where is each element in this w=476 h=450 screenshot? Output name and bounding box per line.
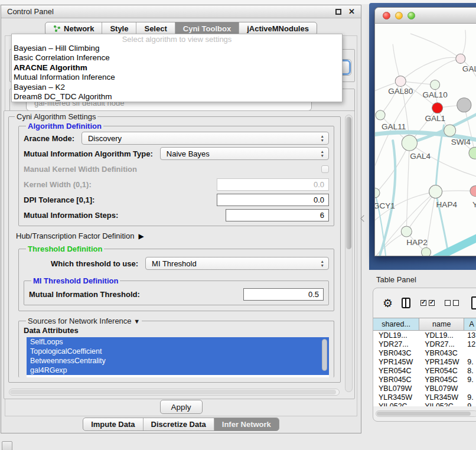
table-cell[interactable]: YBL079W	[419, 384, 464, 393]
attribute-item[interactable]: TopologicalCoefficient	[27, 347, 329, 356]
tab-jactivemnodules[interactable]: jActiveMNodules	[239, 22, 317, 35]
table-row[interactable]: YBR045CYBR045C9.	[373, 375, 476, 384]
table-row[interactable]: YDR27...YDR27...12	[373, 340, 476, 348]
network-window-titlebar[interactable]	[375, 8, 476, 24]
network-edge[interactable]	[406, 192, 435, 231]
network-edge[interactable]	[375, 58, 461, 165]
network-edge[interactable]	[410, 34, 460, 58]
table-cell[interactable]: YLR345W	[373, 393, 419, 402]
algorithm-option[interactable]: Dream8 DC_TDC Algorithm	[12, 92, 342, 102]
zoom-traffic-light[interactable]	[407, 12, 415, 19]
attribute-item[interactable]: SelfLoops	[27, 337, 329, 347]
mi-steps-field[interactable]: 6	[226, 209, 329, 221]
table-cell[interactable]: YPR145W	[373, 358, 419, 366]
table-row[interactable]: YIL052CYIL052C9	[373, 402, 476, 406]
tab-impute-data[interactable]: Impute Data	[83, 418, 142, 431]
table-cell[interactable]: YDR27...	[373, 340, 419, 348]
table-cell[interactable]: YER054C	[373, 367, 419, 375]
hap4-node[interactable]	[429, 185, 442, 198]
gal10-node[interactable]	[431, 80, 440, 90]
mi-type-select[interactable]: Naive Bayes ▲▼	[160, 147, 329, 160]
table-cell[interactable]: 8.	[464, 367, 476, 375]
sources-title[interactable]: Sources for Network Inference ▼	[26, 316, 142, 325]
tab-discretize-data[interactable]: Discretize Data	[143, 418, 214, 431]
node-green-bottom[interactable]	[421, 247, 431, 256]
mi-threshold-field[interactable]: 0.5	[243, 288, 324, 301]
table-cell[interactable]: YDR27...	[419, 340, 464, 348]
algorithm-option[interactable]: Bayesian – K2	[12, 83, 342, 92]
network-canvas[interactable]: GALGAL80GAL10GAL1GAL11SWI4GAL4GCY1HAP4YH…	[375, 24, 476, 256]
table-cell[interactable]: YBR043C	[419, 349, 464, 357]
column-header[interactable]: A	[464, 318, 476, 330]
splitter-grip-icon[interactable]	[360, 215, 367, 221]
algorithm-option[interactable]: ARACNE Algorithm	[12, 63, 342, 73]
table-cell[interactable]: 9.	[464, 376, 476, 384]
table-cell[interactable]: 9.	[464, 358, 476, 366]
node-pink-top[interactable]	[456, 54, 465, 63]
kernel-width-field[interactable]: 0.0	[217, 178, 329, 191]
network-graph[interactable]: GALGAL80GAL10GAL1GAL11SWI4GAL4GCY1HAP4YH…	[375, 24, 476, 256]
table-cell[interactable]: YER054C	[419, 367, 464, 375]
table-cell[interactable]: 9	[464, 402, 476, 407]
settings-vertical-scrollbar[interactable]	[345, 115, 353, 392]
gal11-node[interactable]	[376, 110, 385, 120]
table-row[interactable]: YBL079WYBL079W	[373, 384, 476, 393]
manual-kernel-checkbox[interactable]	[321, 165, 329, 173]
table-cell[interactable]: YIL052C	[373, 402, 419, 407]
scrollbar-thumb[interactable]	[346, 117, 351, 249]
network-edge[interactable]	[436, 236, 476, 256]
column-header[interactable]: name	[419, 318, 464, 330]
table-row[interactable]: YER054CYER054C8.	[373, 366, 476, 375]
which-threshold-select[interactable]: MI Threshold ▲▼	[145, 257, 329, 270]
table-cell[interactable]: YLR345W	[419, 393, 464, 402]
aracne-mode-select[interactable]: Discovery ▲▼	[81, 132, 329, 145]
node-salmon[interactable]	[470, 186, 476, 197]
table-cell[interactable]: YDL19...	[419, 331, 464, 340]
algorithm-option[interactable]: Mutual Information Inference	[12, 73, 342, 82]
network-edge[interactable]	[380, 141, 395, 256]
document-icon[interactable]	[471, 296, 476, 309]
gear-icon[interactable]: ⚙	[383, 298, 393, 309]
close-traffic-light[interactable]	[383, 12, 390, 19]
table-cell[interactable]: 13	[464, 331, 476, 340]
minimize-traffic-light[interactable]	[395, 12, 403, 19]
network-edge[interactable]	[393, 44, 400, 81]
table-row[interactable]: YLR345WYLR345W9.	[373, 393, 476, 402]
hap2-node[interactable]	[401, 226, 412, 237]
apply-button[interactable]: Apply	[160, 400, 203, 414]
swi4-node[interactable]	[444, 125, 456, 136]
node-pink-left[interactable]	[395, 76, 406, 86]
table-cell[interactable]: YBL079W	[373, 384, 419, 393]
split-columns-icon[interactable]	[402, 298, 410, 308]
table-cell[interactable]: YBR045C	[419, 376, 464, 384]
tab-cyni-toolbox[interactable]: Cyni Toolbox	[175, 22, 239, 35]
data-attributes-list[interactable]: SelfLoopsTopologicalCoefficientBetweenne…	[27, 337, 329, 377]
gal4-node[interactable]	[402, 135, 417, 151]
table-cell[interactable]: YDL19...	[373, 331, 419, 340]
column-header[interactable]: shared...	[373, 318, 419, 330]
table-horizontal-scrollbar[interactable]	[376, 410, 476, 417]
attribute-item[interactable]: BetweennessCentrality	[27, 356, 329, 366]
tab-style[interactable]: Style	[102, 22, 136, 35]
table-cell[interactable]: YBR045C	[373, 376, 419, 384]
gal1-node[interactable]	[432, 103, 443, 113]
network-edge[interactable]	[426, 192, 435, 253]
deselect-all-icon[interactable]	[445, 300, 459, 306]
node-gray[interactable]	[457, 98, 471, 112]
tab-infer-network[interactable]: Infer Network	[214, 418, 279, 431]
float-window-icon[interactable]	[335, 9, 341, 15]
dock-panel-icon[interactable]	[2, 441, 12, 450]
algorithm-option[interactable]: Basic Correlation Inference	[12, 53, 342, 63]
table-row[interactable]: YDL19...YDL19...13	[373, 331, 476, 340]
scrollbar-thumb[interactable]	[10, 390, 336, 394]
table-cell[interactable]: 12	[464, 340, 476, 348]
close-icon[interactable]: ✕	[348, 8, 355, 15]
algorithm-option[interactable]: Bayesian – Hill Climbing	[12, 44, 342, 53]
tab-select[interactable]: Select	[136, 22, 174, 35]
tab-network[interactable]: Network	[45, 22, 102, 35]
scrollbar-thumb[interactable]	[377, 412, 471, 416]
table-row[interactable]: YPR145WYPR145W9.	[373, 357, 476, 366]
select-all-icon[interactable]	[420, 300, 435, 306]
table-cell[interactable]: YBR043C	[373, 349, 419, 357]
list-scrollbar-thumb[interactable]	[322, 339, 327, 371]
